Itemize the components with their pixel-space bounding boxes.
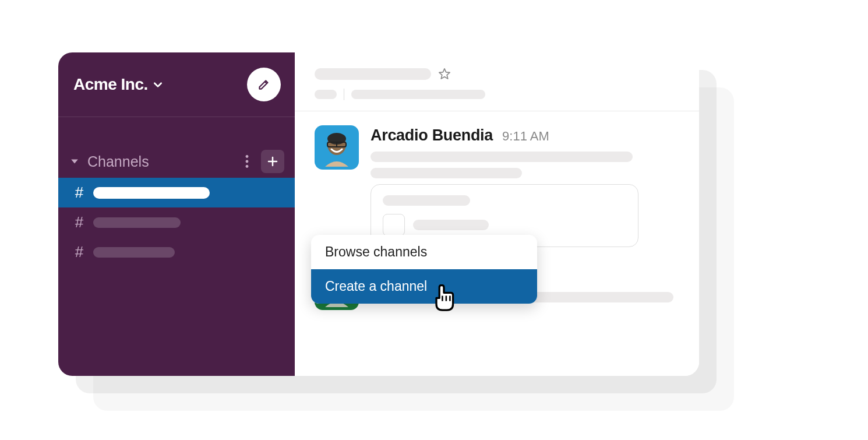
star-icon[interactable] [438, 68, 451, 80]
message: Arcadio Buendia 9:11 AM [315, 125, 679, 247]
hash-icon: # [73, 213, 85, 231]
attachment-thumb [383, 214, 405, 236]
header-meta-placeholder [351, 90, 485, 99]
svg-point-1 [246, 160, 249, 163]
attachment-meta-placeholder [413, 220, 489, 230]
channel-item[interactable]: # [58, 207, 295, 237]
channel-title-placeholder [315, 68, 431, 80]
message-author[interactable]: Arcadio Buendia [371, 126, 493, 145]
compose-icon [256, 77, 271, 92]
plus-icon [267, 156, 278, 167]
workspace-name-label: Acme Inc. [73, 75, 148, 94]
channel-name-placeholder [93, 247, 175, 258]
message-timestamp: 9:11 AM [502, 129, 549, 144]
app-window: Acme Inc. Channels [58, 52, 699, 376]
message-text-placeholder [371, 152, 633, 162]
channels-label: Channels [87, 153, 232, 170]
channels-more-button[interactable] [237, 151, 257, 172]
kebab-icon [245, 155, 249, 168]
add-channel-button[interactable] [261, 150, 284, 173]
channel-add-menu: Browse channels Create a channel [311, 235, 537, 304]
compose-button[interactable] [247, 68, 281, 101]
message-text-placeholder [371, 168, 522, 178]
sidebar-header: Acme Inc. [58, 52, 295, 117]
hash-icon: # [73, 184, 85, 202]
menu-item-create-channel[interactable]: Create a channel [311, 269, 537, 304]
hash-icon: # [73, 243, 85, 261]
channel-item[interactable]: # [58, 178, 295, 207]
channels-section: Channels # # # [58, 117, 295, 267]
channel-name-placeholder [93, 187, 210, 199]
channels-header[interactable]: Channels [58, 145, 295, 178]
face-icon [322, 132, 351, 167]
channel-header [295, 52, 699, 111]
channel-name-placeholder [93, 217, 181, 228]
menu-item-browse-channels[interactable]: Browse channels [311, 235, 537, 269]
divider [344, 89, 344, 100]
attachment-title-placeholder [383, 195, 470, 206]
channel-item[interactable]: # [58, 237, 295, 267]
svg-point-2 [246, 165, 249, 168]
caret-down-icon [69, 156, 80, 167]
workspace-switcher[interactable]: Acme Inc. [73, 75, 163, 94]
sidebar: Acme Inc. Channels [58, 52, 295, 376]
chevron-down-icon [153, 79, 163, 90]
main-panel: Arcadio Buendia 9:11 AM [295, 52, 699, 376]
header-meta-placeholder [315, 90, 337, 99]
avatar[interactable] [315, 125, 359, 170]
message-body: Arcadio Buendia 9:11 AM [371, 125, 679, 247]
svg-point-0 [246, 155, 249, 158]
